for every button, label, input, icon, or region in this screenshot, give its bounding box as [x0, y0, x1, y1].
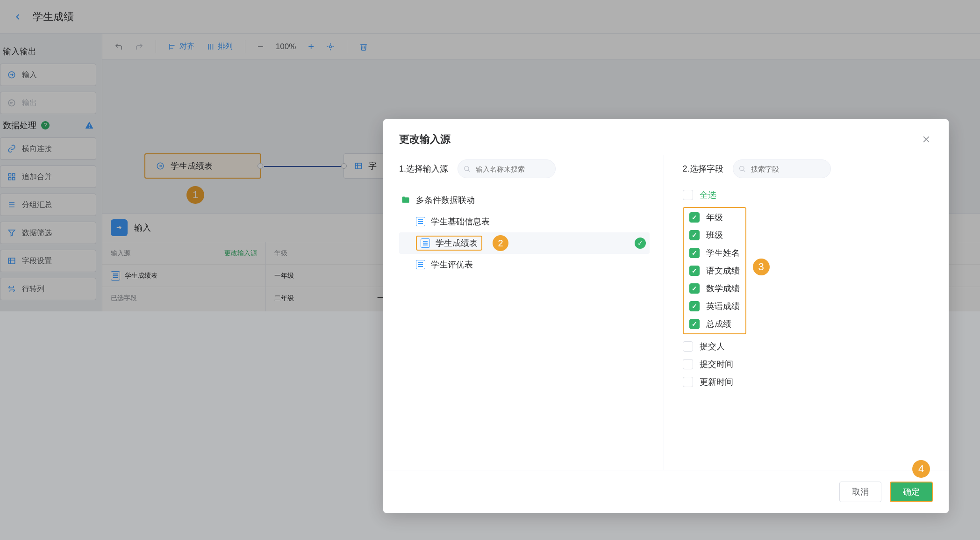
field-list: 全选 年级 班级 学生姓名 语文成绩 数学成绩 英语成绩 总成绩 3 — [683, 189, 933, 388]
form-icon — [416, 260, 425, 269]
form-icon — [421, 238, 430, 248]
checkbox[interactable] — [683, 377, 693, 387]
field-label: 更新时间 — [700, 376, 733, 388]
tree-folder-label: 多条件数据联动 — [416, 194, 475, 206]
field-row[interactable]: 班级 — [689, 230, 740, 241]
tree-source-item-selected[interactable]: 学生成绩表 2 ✓ — [399, 232, 650, 254]
field-row[interactable]: 总成绩 — [689, 318, 740, 330]
checkbox[interactable] — [689, 266, 700, 276]
svg-line-33 — [468, 170, 470, 172]
annotation-marker-4: 4 — [912, 460, 930, 478]
field-search-input[interactable] — [733, 159, 831, 178]
tree-folder[interactable]: 多条件数据联动 — [399, 189, 650, 211]
tree-item-label: 学生评优表 — [431, 259, 473, 270]
field-row[interactable]: 英语成绩 — [689, 301, 740, 312]
tree-source-item[interactable]: 学生基础信息表 — [399, 211, 650, 232]
folder-icon — [401, 195, 410, 205]
field-row[interactable]: 提交人 — [683, 341, 933, 352]
field-row[interactable]: 提交时间 — [683, 359, 933, 370]
annotation-marker-3: 3 — [753, 259, 770, 275]
field-label: 提交时间 — [700, 359, 733, 370]
checkbox[interactable] — [683, 190, 693, 200]
form-icon — [416, 217, 425, 226]
field-row[interactable]: 更新时间 — [683, 376, 933, 388]
field-label: 年级 — [706, 212, 723, 223]
field-row[interactable]: 学生姓名 — [689, 247, 740, 259]
field-row[interactable]: 语文成绩 — [689, 265, 740, 276]
field-label: 学生姓名 — [706, 247, 740, 259]
field-row[interactable]: 年级 — [689, 212, 740, 223]
step2-label: 2.选择字段 — [683, 163, 723, 174]
checkbox[interactable] — [689, 248, 700, 258]
checkbox[interactable] — [683, 359, 693, 369]
checkbox[interactable] — [683, 341, 693, 352]
svg-line-35 — [744, 170, 745, 172]
modal-title: 更改输入源 — [399, 132, 451, 146]
source-search[interactable] — [458, 159, 556, 178]
field-label: 总成绩 — [706, 318, 731, 330]
svg-point-32 — [465, 166, 469, 171]
field-label: 班级 — [706, 230, 723, 241]
select-all-label: 全选 — [700, 189, 716, 201]
tree-item-label: 学生基础信息表 — [431, 216, 490, 227]
annotation-marker-2: 2 — [493, 235, 508, 251]
check-icon: ✓ — [635, 238, 646, 249]
checkbox[interactable] — [689, 212, 700, 223]
step1-label: 1.选择输入源 — [399, 163, 448, 174]
field-label: 英语成绩 — [706, 301, 740, 312]
search-icon — [463, 165, 471, 173]
checkbox[interactable] — [689, 301, 700, 311]
field-label: 数学成绩 — [706, 283, 740, 294]
checkbox[interactable] — [689, 319, 700, 329]
checkbox[interactable] — [689, 230, 700, 240]
change-source-modal: 更改输入源 1.选择输入源 — [383, 119, 949, 513]
search-icon — [738, 165, 746, 173]
tree-item-label: 学生成绩表 — [436, 238, 478, 249]
field-row[interactable]: 数学成绩 — [689, 283, 740, 294]
field-label: 语文成绩 — [706, 265, 740, 276]
cancel-button[interactable]: 取消 — [839, 482, 881, 502]
confirm-button[interactable]: 确定 — [890, 482, 933, 502]
source-tree: 多条件数据联动 学生基础信息表 学生成绩表 2 ✓ — [399, 189, 650, 275]
field-search[interactable] — [733, 159, 831, 178]
source-search-input[interactable] — [458, 159, 556, 178]
select-all-row[interactable]: 全选 — [683, 189, 933, 201]
tree-source-item[interactable]: 学生评优表 — [399, 254, 650, 275]
checkbox[interactable] — [689, 283, 700, 294]
svg-point-34 — [739, 166, 744, 171]
close-icon[interactable] — [920, 133, 933, 146]
field-label: 提交人 — [700, 341, 725, 352]
